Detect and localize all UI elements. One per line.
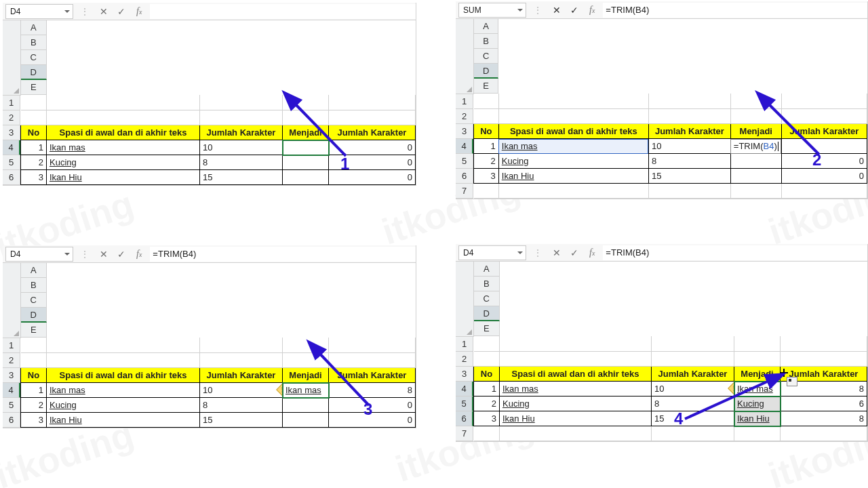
- row-header[interactable]: 1: [456, 94, 473, 109]
- col-header-d[interactable]: D: [21, 308, 47, 323]
- col-header-b[interactable]: B: [474, 34, 498, 49]
- cell[interactable]: [730, 154, 781, 169]
- formula-input[interactable]: =TRIM(B4): [150, 247, 416, 262]
- cell[interactable]: Ikan Hiu: [500, 411, 652, 426]
- row-header[interactable]: 5: [3, 398, 20, 413]
- cell[interactable]: 3: [21, 170, 47, 185]
- table-header[interactable]: Jumlah Karakter: [200, 368, 283, 383]
- cell[interactable]: 10 !: [652, 382, 734, 396]
- table-header[interactable]: No: [21, 125, 47, 140]
- cell[interactable]: 0: [781, 154, 867, 169]
- cell[interactable]: Kucing: [498, 154, 648, 169]
- cell[interactable]: Kucing: [500, 396, 652, 411]
- cell[interactable]: 3: [21, 413, 47, 428]
- col-header-c[interactable]: C: [474, 49, 498, 64]
- enter-icon[interactable]: ✓: [568, 246, 581, 260]
- warning-icon[interactable]: !: [728, 382, 734, 395]
- row-header[interactable]: 7: [456, 184, 473, 199]
- cell[interactable]: 10: [648, 139, 730, 154]
- row-header[interactable]: 3: [456, 367, 473, 382]
- cell[interactable]: 0: [781, 169, 867, 184]
- formula-input[interactable]: =TRIM(B4): [603, 3, 867, 18]
- row-header[interactable]: 1: [3, 338, 20, 353]
- col-header-a[interactable]: A: [21, 20, 47, 35]
- col-header-c[interactable]: C: [21, 50, 47, 65]
- col-header-e[interactable]: E: [474, 321, 500, 336]
- enter-icon[interactable]: ✓: [568, 3, 581, 17]
- cell-d4-editing[interactable]: =TRIM(B4): [730, 139, 781, 154]
- table-header[interactable]: Menjadi: [734, 367, 781, 382]
- enter-icon[interactable]: ✓: [115, 247, 128, 261]
- cell[interactable]: [730, 169, 781, 184]
- col-header-d[interactable]: D: [474, 64, 498, 79]
- col-header-e[interactable]: E: [474, 79, 498, 94]
- col-header-a[interactable]: A: [474, 262, 500, 277]
- formula-input[interactable]: [150, 4, 416, 19]
- cell[interactable]: Ikan mas: [47, 140, 200, 155]
- cell-d4-selected[interactable]: [283, 140, 329, 155]
- table-header[interactable]: Spasi di awal dan di akhir teks: [47, 368, 200, 383]
- col-header-b[interactable]: B: [21, 35, 47, 50]
- cell[interactable]: Kucing: [47, 398, 200, 413]
- name-box[interactable]: SUM: [458, 3, 526, 18]
- cell[interactable]: 15: [648, 169, 730, 184]
- cell[interactable]: 6: [781, 396, 867, 411]
- select-all-corner[interactable]: [456, 19, 474, 94]
- cell[interactable]: Ikan Hiu: [47, 413, 200, 428]
- cell-d4-selected[interactable]: Ikan mas: [283, 383, 329, 398]
- fx-icon[interactable]: fx: [132, 249, 146, 260]
- worksheet[interactable]: A B C D E 1 2 3 No Spasi di awal dan di …: [3, 263, 416, 428]
- row-header[interactable]: 5: [456, 396, 473, 411]
- cell[interactable]: 1: [474, 382, 500, 396]
- col-header-e[interactable]: E: [21, 80, 47, 95]
- cell[interactable]: 8: [200, 398, 283, 413]
- cell[interactable]: 2: [21, 398, 47, 413]
- table-header[interactable]: Menjadi: [283, 368, 329, 383]
- table-header[interactable]: Jumlah Karakter: [781, 124, 867, 139]
- cell[interactable]: [283, 413, 329, 428]
- cell[interactable]: 2: [474, 396, 500, 411]
- cell[interactable]: 15: [200, 170, 283, 185]
- select-all-corner[interactable]: [3, 263, 21, 338]
- col-header-b[interactable]: B: [474, 277, 500, 291]
- cell-filled[interactable]: Kucing: [734, 396, 781, 411]
- cancel-icon[interactable]: ✕: [97, 5, 111, 18]
- row-header[interactable]: 5: [456, 154, 473, 169]
- row-header[interactable]: 6: [3, 413, 20, 428]
- row-header[interactable]: 4: [3, 383, 20, 398]
- cell[interactable]: 8: [781, 411, 867, 426]
- cell[interactable]: [283, 170, 329, 185]
- cell[interactable]: Kucing: [47, 155, 200, 170]
- cell[interactable]: [283, 155, 329, 170]
- worksheet[interactable]: A B C D E 1 2 3 No Spasi di awal dan di …: [456, 262, 867, 441]
- worksheet[interactable]: A B C D E 1 2 3 No Spasi di awal dan di …: [3, 20, 416, 185]
- col-header-e[interactable]: E: [21, 323, 47, 338]
- col-header-c[interactable]: C: [474, 291, 500, 306]
- cell-b4-referenced[interactable]: Ikan mas: [498, 139, 648, 154]
- table-header[interactable]: Jumlah Karakter: [648, 124, 730, 139]
- cell[interactable]: 10 !: [200, 383, 283, 398]
- formula-input[interactable]: =TRIM(B4): [603, 245, 867, 260]
- name-box[interactable]: D4: [458, 245, 526, 260]
- cell[interactable]: 15: [200, 413, 283, 428]
- row-header[interactable]: 7: [456, 426, 473, 441]
- cancel-icon[interactable]: ✕: [97, 247, 111, 261]
- table-header[interactable]: Spasi di awal dan di akhir teks: [500, 367, 652, 382]
- select-all-corner[interactable]: [456, 262, 474, 336]
- table-header[interactable]: No: [474, 124, 499, 139]
- cell[interactable]: Ikan Hiu: [47, 170, 200, 185]
- row-header[interactable]: 2: [3, 353, 20, 368]
- cell[interactable]: Ikan Hiu: [498, 169, 648, 184]
- cell[interactable]: 2: [474, 154, 499, 169]
- warning-icon[interactable]: !: [276, 383, 282, 396]
- cell[interactable]: 8: [200, 155, 283, 170]
- row-header[interactable]: 2: [456, 109, 473, 124]
- table-header[interactable]: Menjadi: [283, 125, 329, 140]
- table-header[interactable]: No: [21, 368, 47, 383]
- cell[interactable]: 3: [474, 169, 499, 184]
- cancel-icon[interactable]: ✕: [550, 3, 564, 17]
- table-header[interactable]: No: [474, 367, 500, 382]
- fx-icon[interactable]: fx: [585, 5, 599, 16]
- cell[interactable]: 8: [329, 383, 416, 398]
- table-header[interactable]: Spasi di awal dan di akhir teks: [47, 125, 200, 140]
